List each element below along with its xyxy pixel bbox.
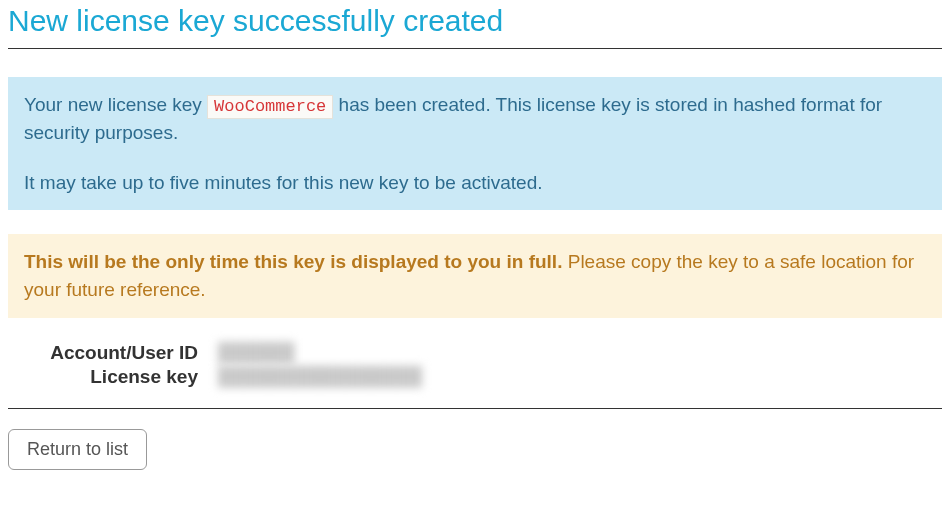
info-alert: Your new license key WooCommerce has bee… <box>8 77 942 210</box>
warning-bold: This will be the only time this key is d… <box>24 251 562 272</box>
license-name-tag: WooCommerce <box>207 95 333 119</box>
title-divider <box>8 48 942 49</box>
detail-row-license: License key ████████████████ <box>8 366 942 388</box>
info-text-line1: Your new license key WooCommerce has bee… <box>24 91 926 147</box>
warning-alert: This will be the only time this key is d… <box>8 234 942 317</box>
warning-text: This will be the only time this key is d… <box>24 248 926 303</box>
detail-row-account: Account/User ID ██████ <box>8 342 942 364</box>
page-title: New license key successfully created <box>8 4 942 38</box>
license-key-value: ████████████████ <box>218 366 422 387</box>
account-id-value: ██████ <box>218 342 295 363</box>
account-id-label: Account/User ID <box>8 342 218 364</box>
info-part1: Your new license key <box>24 94 207 115</box>
info-text-line2: It may take up to five minutes for this … <box>24 169 926 197</box>
license-key-label: License key <box>8 366 218 388</box>
bottom-divider <box>8 408 942 409</box>
return-to-list-button[interactable]: Return to list <box>8 429 147 470</box>
details-section: Account/User ID ██████ License key █████… <box>8 338 942 398</box>
